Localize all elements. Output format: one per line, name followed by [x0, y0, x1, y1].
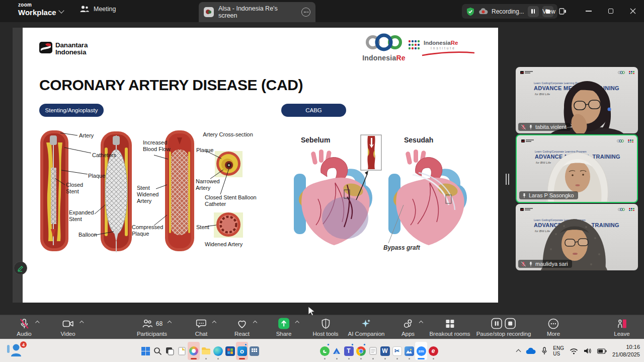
participants-count: 68	[156, 320, 163, 327]
language-line2: US	[553, 351, 564, 357]
label-closed-stent-balloon-catheter: Closed Stent Balloon Catheter	[205, 194, 260, 207]
participant-name: maulidya sari	[535, 261, 568, 267]
task-view-icon	[166, 347, 174, 355]
word-icon: W	[380, 346, 390, 356]
indonesiare-rings-icon	[361, 33, 407, 52]
remote-desktop-button[interactable]	[248, 342, 260, 360]
chat-button[interactable]: Chat	[195, 317, 207, 337]
brand-zoom: zoom	[18, 3, 56, 8]
more-label: More	[547, 331, 560, 337]
video-label: Video	[60, 331, 75, 337]
apps-icon	[402, 318, 414, 330]
whatsapp-button[interactable]	[318, 342, 331, 360]
word-button[interactable]: W	[379, 342, 391, 360]
participants-options-chevron[interactable]	[168, 321, 172, 325]
date: 21/08/2025	[612, 351, 640, 358]
leave-door-icon	[616, 318, 628, 330]
security-shield-icon[interactable]	[466, 7, 475, 16]
zoom-app-icon: zm	[417, 346, 426, 356]
ire-re: Re	[396, 54, 405, 62]
notes-app-button[interactable]	[367, 342, 379, 360]
video-tile-tabita[interactable]: Learn Coding/Corporate Learning Program …	[516, 67, 638, 133]
share-label: Share	[276, 331, 292, 337]
tray-mic-icon[interactable]	[541, 347, 547, 355]
brand-chevron-icon[interactable]	[58, 8, 64, 13]
speaker-icon[interactable]	[584, 347, 592, 354]
zoom-app-button[interactable]: zm	[415, 342, 427, 360]
microsoft-store-button[interactable]	[224, 342, 236, 360]
start-button[interactable]	[139, 342, 151, 360]
snagit-button[interactable]: ✂	[391, 342, 403, 360]
audio-button[interactable]: Audio	[17, 317, 31, 337]
photos-button[interactable]	[403, 342, 415, 360]
window-minimize-button[interactable]	[578, 0, 600, 22]
participants-button[interactable]: 68 Participants	[137, 317, 167, 337]
tab-shared-screen[interactable]: Alsa - Indonesia Re's screen	[199, 2, 315, 22]
onedrive-icon[interactable]	[526, 347, 536, 354]
apps-options-chevron[interactable]	[419, 321, 423, 325]
host-tools-button[interactable]: Host tools	[312, 317, 338, 337]
video-tile-laras[interactable]: Learn Coding/Corporate Learning Program …	[516, 134, 638, 203]
copilot-button[interactable]	[188, 342, 200, 360]
label-stent: Stent	[196, 224, 209, 231]
whatsapp-icon	[320, 346, 330, 356]
language-indicator[interactable]: ENG US	[553, 345, 564, 357]
ai-companion-button[interactable]: AI Companion	[348, 317, 385, 337]
outlook-button[interactable]: o	[236, 342, 248, 360]
taskbar-chat-app[interactable]: 4	[6, 342, 26, 359]
panel-resize-handle[interactable]	[506, 174, 509, 185]
video-options-chevron[interactable]	[79, 321, 84, 325]
apps-label: Apps	[401, 331, 415, 337]
share-button[interactable]: Share	[276, 317, 292, 337]
pause-stop-recording-button[interactable]: Pause/stop recording	[476, 317, 531, 337]
task-view-button[interactable]	[164, 342, 176, 360]
zoom-toolbar: Audio Video 68 Participants Chat React S…	[0, 315, 644, 339]
audio-options-chevron[interactable]	[35, 321, 39, 325]
window-close-button[interactable]	[622, 0, 644, 22]
chat-bubble-icon	[195, 318, 207, 330]
wifi-icon[interactable]	[570, 348, 578, 354]
video-tile-maulidya[interactable]: Learn Coding/Corporate Learning Program …	[516, 204, 638, 270]
pause-recording-button[interactable]	[528, 6, 539, 17]
file-explorer-button[interactable]	[200, 342, 212, 360]
ai-companion-label: AI Companion	[348, 331, 385, 337]
battery-icon[interactable]	[597, 348, 607, 354]
system-tray: ENG US 10:16 21/08/2025	[517, 339, 640, 362]
window-maximize-button[interactable]	[600, 0, 622, 22]
annotate-button[interactable]	[14, 261, 27, 275]
label-plaque-cs: Plaque	[196, 147, 213, 154]
danantara-line1: Danantara	[55, 42, 88, 49]
notes-icon	[369, 347, 377, 355]
antivirus-button[interactable]: e	[427, 342, 439, 360]
store-icon	[225, 346, 235, 356]
tray-expand-chevron[interactable]	[516, 349, 521, 354]
snipping-tool-button[interactable]	[176, 342, 188, 360]
teams-icon: T	[344, 346, 354, 356]
react-options-chevron[interactable]	[253, 321, 257, 325]
ai-sparkle-icon	[360, 318, 372, 330]
share-options-chevron[interactable]	[295, 321, 299, 325]
heart-icon	[236, 318, 248, 330]
more-button[interactable]: More	[547, 317, 560, 337]
react-button[interactable]: React	[234, 317, 250, 337]
teams-button[interactable]: T	[343, 342, 355, 360]
tab-shared-screen-label: Alsa - Indonesia Re's screen	[218, 5, 297, 19]
search-button[interactable]	[151, 342, 164, 360]
label-artery-cross-section: Artery Cross-section	[203, 131, 253, 138]
view-button[interactable]: View	[542, 4, 567, 19]
tab-meeting[interactable]: Meeting	[79, 5, 116, 13]
chrome-button[interactable]	[355, 342, 367, 360]
chat-options-chevron[interactable]	[212, 321, 216, 325]
nameplate-tabita: tabita.violent	[518, 123, 571, 131]
pencil-icon	[17, 264, 24, 272]
edge-button[interactable]	[212, 342, 224, 360]
slide-title: CORONARY ARTERY DISEASE (CAD)	[39, 77, 303, 94]
apps-button[interactable]: Apps	[401, 317, 415, 337]
video-button[interactable]: Video	[60, 317, 75, 337]
view-layout-icon	[559, 8, 567, 15]
tab-options-icon[interactable]	[301, 8, 310, 17]
scan-app-button[interactable]	[331, 342, 343, 360]
breakout-rooms-button[interactable]: Breakout rooms	[429, 317, 470, 337]
clock[interactable]: 10:16 21/08/2025	[612, 343, 640, 358]
leave-button[interactable]: Leave	[614, 317, 629, 337]
